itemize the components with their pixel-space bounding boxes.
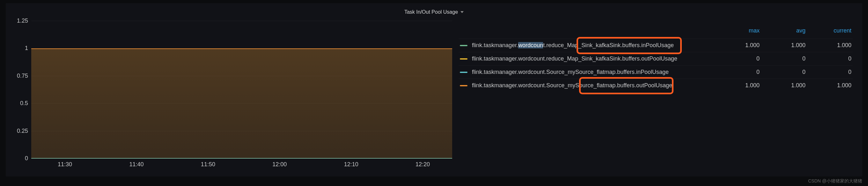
y-tick: 0.5 [12, 100, 28, 107]
chevron-down-icon [461, 11, 464, 13]
val-max: 0 [731, 55, 760, 62]
legend-item[interactable]: flink.taskmanager.wordcount.Source_mySou… [459, 65, 853, 79]
series-name: flink.taskmanager.wordcount.reduce_Map_S… [472, 55, 714, 62]
val-avg: 1.000 [777, 82, 806, 89]
x-axis: 11:30 11:40 11:50 12:00 12:10 12:20 [31, 159, 452, 170]
x-tick: 11:40 [129, 161, 144, 168]
color-swatch-icon [460, 58, 467, 60]
legend: max avg current flink.taskmanager.wordco… [459, 21, 856, 170]
x-tick: 12:20 [415, 161, 430, 168]
chart-area[interactable]: 0 0.25 0.5 0.75 1 1.25 11:30 11:40 11:50… [12, 21, 452, 170]
val-current: 1.000 [823, 82, 851, 89]
plot: 0 0.25 0.5 0.75 1 1.25 [31, 21, 452, 159]
y-tick: 1.25 [12, 17, 28, 24]
series-name: flink.taskmanager.wordcount.reduce_Map_S… [472, 42, 714, 49]
x-tick: 12:10 [344, 161, 359, 168]
col-avg[interactable]: avg [777, 27, 806, 34]
y-tick: 0 [12, 155, 28, 162]
panel: Task In/Out Pool Usage 0 0.25 0.5 0.75 1… [6, 3, 862, 177]
color-swatch-icon [460, 85, 467, 86]
x-tick: 11:50 [201, 161, 215, 168]
val-avg: 0 [777, 69, 806, 75]
val-current: 0 [823, 55, 851, 62]
y-tick: 0.25 [12, 127, 28, 134]
col-max[interactable]: max [731, 27, 760, 34]
x-tick: 11:30 [58, 161, 72, 168]
x-tick: 12:00 [272, 161, 287, 168]
series-name: flink.taskmanager.wordcount.Source_mySou… [472, 82, 714, 89]
panel-title: Task In/Out Pool Usage [404, 9, 458, 15]
val-avg: 1.000 [777, 42, 806, 49]
y-tick: 1 [12, 45, 28, 51]
series-name: flink.taskmanager.wordcount.Source_mySou… [472, 69, 714, 75]
series-fill [31, 48, 452, 159]
val-max: 1.000 [731, 42, 760, 49]
col-current[interactable]: current [823, 27, 851, 34]
legend-item[interactable]: flink.taskmanager.wordcount.reduce_Map_S… [459, 39, 853, 52]
legend-item[interactable]: flink.taskmanager.wordcount.Source_mySou… [459, 79, 853, 92]
color-swatch-icon [460, 72, 467, 73]
y-tick: 0.75 [12, 72, 28, 79]
panel-body: 0 0.25 0.5 0.75 1 1.25 11:30 11:40 11:50… [6, 21, 862, 177]
val-avg: 0 [777, 55, 806, 62]
color-swatch-icon [460, 45, 467, 46]
watermark: CSDN @小猪猪家的大猪猪 [808, 178, 862, 184]
val-current: 1.000 [823, 42, 851, 49]
val-max: 1.000 [731, 82, 760, 89]
legend-item[interactable]: flink.taskmanager.wordcount.reduce_Map_S… [459, 52, 853, 65]
panel-header[interactable]: Task In/Out Pool Usage [6, 3, 862, 21]
legend-header: max avg current [459, 27, 853, 34]
val-current: 0 [823, 69, 851, 75]
val-max: 0 [731, 69, 760, 75]
